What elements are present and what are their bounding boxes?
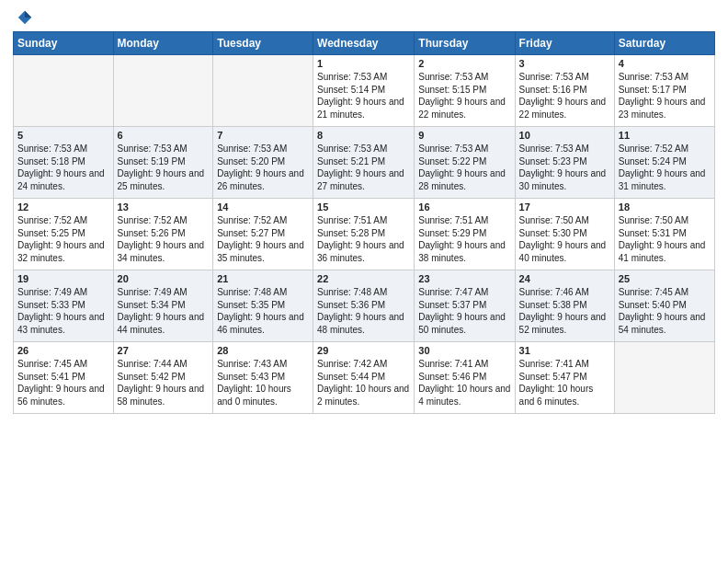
day-number: 7 [217,130,309,141]
calendar-cell: 31Sunrise: 7:41 AM Sunset: 5:47 PM Dayli… [515,342,614,414]
svg-marker-1 [25,11,31,17]
day-number: 17 [519,201,610,213]
calendar-cell: 25Sunrise: 7:45 AM Sunset: 5:40 PM Dayli… [614,270,714,342]
logo [13,9,33,26]
weekday-header-row: SundayMondayTuesdayWednesdayThursdayFrid… [14,32,715,55]
calendar-cell: 22Sunrise: 7:48 AM Sunset: 5:36 PM Dayli… [313,270,415,342]
day-number: 15 [317,201,410,213]
day-details: Sunrise: 7:53 AM Sunset: 5:22 PM Dayligh… [418,143,510,192]
header [13,9,715,26]
day-details: Sunrise: 7:52 AM Sunset: 5:24 PM Dayligh… [619,143,711,192]
calendar-cell [614,342,714,414]
day-number: 3 [519,58,610,69]
day-details: Sunrise: 7:42 AM Sunset: 5:44 PM Dayligh… [317,358,410,408]
calendar-cell: 11Sunrise: 7:52 AM Sunset: 5:24 PM Dayli… [614,127,714,199]
day-number: 20 [118,273,210,284]
day-number: 14 [217,201,309,213]
calendar-cell: 28Sunrise: 7:43 AM Sunset: 5:43 PM Dayli… [213,342,313,414]
calendar-cell: 27Sunrise: 7:44 AM Sunset: 5:42 PM Dayli… [113,342,213,414]
weekday-friday: Friday [515,32,614,55]
day-details: Sunrise: 7:53 AM Sunset: 5:14 PM Dayligh… [317,71,410,121]
day-number: 22 [317,273,410,284]
calendar-cell: 24Sunrise: 7:46 AM Sunset: 5:38 PM Dayli… [515,270,614,342]
day-number: 13 [118,201,210,213]
calendar-cell: 30Sunrise: 7:41 AM Sunset: 5:46 PM Dayli… [415,342,515,414]
calendar-cell: 12Sunrise: 7:52 AM Sunset: 5:25 PM Dayli… [14,199,114,270]
day-details: Sunrise: 7:53 AM Sunset: 5:16 PM Dayligh… [519,71,610,121]
calendar-cell: 10Sunrise: 7:53 AM Sunset: 5:23 PM Dayli… [515,127,614,199]
day-number: 25 [619,273,711,284]
day-details: Sunrise: 7:43 AM Sunset: 5:43 PM Dayligh… [217,358,309,408]
day-details: Sunrise: 7:52 AM Sunset: 5:25 PM Dayligh… [17,214,109,264]
calendar-cell: 4Sunrise: 7:53 AM Sunset: 5:17 PM Daylig… [614,55,714,127]
weekday-monday: Monday [113,32,213,55]
calendar-cell: 23Sunrise: 7:47 AM Sunset: 5:37 PM Dayli… [415,270,515,342]
weekday-saturday: Saturday [614,32,714,55]
calendar-cell: 16Sunrise: 7:51 AM Sunset: 5:29 PM Dayli… [415,199,515,270]
calendar-cell: 29Sunrise: 7:42 AM Sunset: 5:44 PM Dayli… [313,342,415,414]
calendar-cell: 15Sunrise: 7:51 AM Sunset: 5:28 PM Dayli… [313,199,415,270]
week-row-1: 1Sunrise: 7:53 AM Sunset: 5:14 PM Daylig… [14,55,715,127]
day-details: Sunrise: 7:48 AM Sunset: 5:35 PM Dayligh… [217,286,309,336]
calendar-cell [113,55,213,127]
calendar-cell [213,55,313,127]
day-number: 26 [17,345,109,356]
day-details: Sunrise: 7:50 AM Sunset: 5:30 PM Dayligh… [519,214,610,264]
day-number: 24 [519,273,610,284]
day-details: Sunrise: 7:44 AM Sunset: 5:42 PM Dayligh… [118,358,210,408]
week-row-3: 12Sunrise: 7:52 AM Sunset: 5:25 PM Dayli… [14,199,715,270]
calendar-cell: 8Sunrise: 7:53 AM Sunset: 5:21 PM Daylig… [313,127,415,199]
day-number: 30 [418,345,510,356]
day-number: 9 [418,130,510,141]
day-details: Sunrise: 7:49 AM Sunset: 5:33 PM Dayligh… [17,286,109,336]
calendar-cell [14,55,114,127]
calendar-cell: 26Sunrise: 7:45 AM Sunset: 5:41 PM Dayli… [14,342,114,414]
day-details: Sunrise: 7:53 AM Sunset: 5:17 PM Dayligh… [619,71,711,121]
day-number: 2 [418,58,510,69]
day-number: 28 [217,345,309,356]
logo-icon [17,9,33,26]
day-details: Sunrise: 7:41 AM Sunset: 5:47 PM Dayligh… [519,358,610,408]
week-row-2: 5Sunrise: 7:53 AM Sunset: 5:18 PM Daylig… [14,127,715,199]
day-number: 10 [519,130,610,141]
day-number: 18 [619,201,711,213]
weekday-wednesday: Wednesday [313,32,415,55]
calendar-cell: 2Sunrise: 7:53 AM Sunset: 5:15 PM Daylig… [415,55,515,127]
day-details: Sunrise: 7:50 AM Sunset: 5:31 PM Dayligh… [619,214,711,264]
day-details: Sunrise: 7:45 AM Sunset: 5:41 PM Dayligh… [17,358,109,408]
page: SundayMondayTuesdayWednesdayThursdayFrid… [0,0,728,563]
day-details: Sunrise: 7:53 AM Sunset: 5:21 PM Dayligh… [317,143,410,192]
calendar: SundayMondayTuesdayWednesdayThursdayFrid… [13,31,715,414]
day-details: Sunrise: 7:53 AM Sunset: 5:18 PM Dayligh… [17,143,109,192]
day-number: 12 [17,201,109,213]
day-details: Sunrise: 7:53 AM Sunset: 5:15 PM Dayligh… [418,71,510,121]
weekday-sunday: Sunday [14,32,114,55]
calendar-cell: 6Sunrise: 7:53 AM Sunset: 5:19 PM Daylig… [113,127,213,199]
weekday-thursday: Thursday [415,32,515,55]
day-number: 11 [619,130,711,141]
day-number: 1 [317,58,410,69]
day-details: Sunrise: 7:52 AM Sunset: 5:26 PM Dayligh… [118,214,210,264]
calendar-cell: 9Sunrise: 7:53 AM Sunset: 5:22 PM Daylig… [415,127,515,199]
day-number: 5 [17,130,109,141]
calendar-cell: 19Sunrise: 7:49 AM Sunset: 5:33 PM Dayli… [14,270,114,342]
calendar-cell: 13Sunrise: 7:52 AM Sunset: 5:26 PM Dayli… [113,199,213,270]
day-details: Sunrise: 7:51 AM Sunset: 5:29 PM Dayligh… [418,214,510,264]
day-details: Sunrise: 7:46 AM Sunset: 5:38 PM Dayligh… [519,286,610,336]
day-details: Sunrise: 7:53 AM Sunset: 5:20 PM Dayligh… [217,143,309,192]
weekday-tuesday: Tuesday [213,32,313,55]
day-number: 19 [17,273,109,284]
calendar-cell: 20Sunrise: 7:49 AM Sunset: 5:34 PM Dayli… [113,270,213,342]
day-details: Sunrise: 7:48 AM Sunset: 5:36 PM Dayligh… [317,286,410,336]
day-number: 21 [217,273,309,284]
day-details: Sunrise: 7:53 AM Sunset: 5:19 PM Dayligh… [118,143,210,192]
day-number: 27 [118,345,210,356]
day-number: 8 [317,130,410,141]
day-number: 31 [519,345,610,356]
day-details: Sunrise: 7:52 AM Sunset: 5:27 PM Dayligh… [217,214,309,264]
calendar-cell: 7Sunrise: 7:53 AM Sunset: 5:20 PM Daylig… [213,127,313,199]
day-details: Sunrise: 7:51 AM Sunset: 5:28 PM Dayligh… [317,214,410,264]
calendar-cell: 3Sunrise: 7:53 AM Sunset: 5:16 PM Daylig… [515,55,614,127]
week-row-5: 26Sunrise: 7:45 AM Sunset: 5:41 PM Dayli… [14,342,715,414]
day-number: 23 [418,273,510,284]
